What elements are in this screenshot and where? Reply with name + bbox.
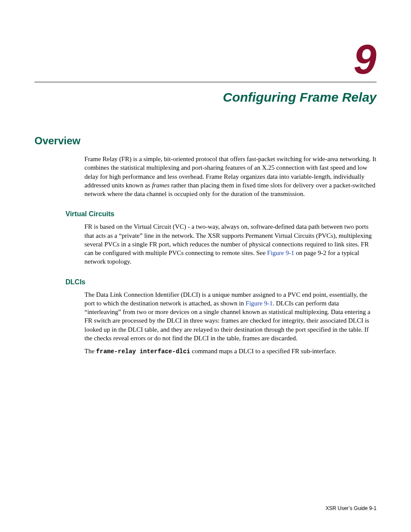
text: The xyxy=(84,348,96,355)
heading-overview: Overview xyxy=(34,135,377,147)
link-figure-9-1[interactable]: Figure 9-1 xyxy=(267,249,294,256)
chapter-number: 9 xyxy=(34,39,377,80)
code-frame-relay: frame-relay interface-dlci xyxy=(96,348,190,355)
dlcis-paragraph-2: The frame-relay interface-dlci command m… xyxy=(84,347,377,356)
overview-paragraph: Frame Relay (FR) is a simple, bit-orient… xyxy=(84,155,377,198)
link-figure-9-1[interactable]: Figure 9-1 xyxy=(246,300,273,307)
chapter-title: Configuring Frame Relay xyxy=(34,90,377,105)
vc-paragraph: FR is based on the Virtual Circuit (VC) … xyxy=(84,222,377,266)
page-footer: XSR User’s Guide 9-1 xyxy=(326,505,377,511)
chapter-rule xyxy=(34,82,377,82)
text: command maps a DLCI to a specified FR su… xyxy=(190,348,336,355)
em-frames: frames xyxy=(152,182,170,189)
heading-virtual-circuits: Virtual Circuits xyxy=(65,210,377,218)
dlcis-paragraph-1: The Data Link Connection Identifier (DLC… xyxy=(84,290,377,343)
heading-dlcis: DLCIs xyxy=(65,278,377,286)
